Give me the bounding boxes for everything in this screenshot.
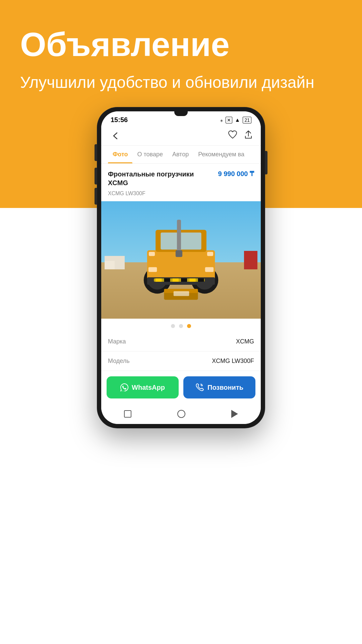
page-wrapper: Объявление Улучшили удобство и обновили … [0, 0, 362, 644]
spec-value-brand: XCMG [236, 338, 254, 345]
product-price: 9 990 000 ₸ [218, 170, 254, 178]
android-nav-bar [101, 405, 261, 424]
svg-rect-24 [207, 252, 213, 256]
status-time: 15:56 [111, 116, 128, 124]
phone-container: 15:56 ⁎ ✕ ▲ 21 [97, 107, 265, 428]
svg-rect-16 [181, 278, 187, 282]
camera-notch [174, 111, 188, 116]
status-icons: ⁎ ✕ ▲ 21 [220, 117, 251, 123]
phone-mockup: 15:56 ⁎ ✕ ▲ 21 [97, 107, 265, 428]
x-icon: ✕ [226, 117, 232, 123]
svg-rect-22 [176, 250, 182, 257]
page-title: Объявление [20, 27, 342, 62]
product-subtitle: XCMG LW300F [101, 191, 261, 201]
tabs-container: Фото О товаре Автор Рекомендуем ва [101, 146, 261, 164]
spec-value-model: XCMG LW300F [212, 358, 254, 365]
image-dots [101, 319, 261, 332]
svg-rect-17 [189, 278, 195, 282]
tab-about[interactable]: О товаре [132, 146, 167, 163]
product-title: Фронтальные погрузчики XCMG [108, 170, 215, 187]
svg-rect-14 [164, 278, 170, 282]
back-button[interactable] [109, 130, 121, 142]
app-nav [101, 126, 261, 146]
call-label: Позвонить [207, 384, 243, 391]
product-info: Фронтальные погрузчики XCMG 9 990 000 ₸ [101, 164, 261, 191]
loader-truck-svg [127, 201, 235, 301]
battery-icon: 21 [243, 117, 251, 123]
whatsapp-icon [120, 383, 128, 391]
svg-rect-13 [156, 278, 162, 282]
android-recents-button[interactable] [124, 410, 131, 418]
spec-label-model: Модель [108, 358, 130, 365]
svg-rect-15 [173, 278, 179, 282]
spec-row-model: Модель XCMG LW300F [101, 352, 261, 371]
android-back-button[interactable] [231, 410, 238, 418]
building-right [244, 251, 257, 269]
call-button[interactable]: Позвонить [183, 376, 255, 398]
svg-rect-25 [174, 291, 189, 296]
whatsapp-button[interactable]: WhatsApp [107, 376, 179, 398]
nav-actions [228, 130, 253, 142]
svg-rect-9 [148, 267, 157, 272]
dot-1 [171, 324, 175, 328]
spec-row-brand: Марка XCMG [101, 332, 261, 352]
phone-inner: 15:56 ⁎ ✕ ▲ 21 [101, 111, 261, 424]
android-home-button[interactable] [177, 410, 185, 418]
whatsapp-label: WhatsApp [132, 384, 165, 391]
bluetooth-icon: ⁎ [220, 117, 223, 123]
favorite-button[interactable] [228, 130, 237, 142]
tab-foto[interactable]: Фото [108, 146, 132, 163]
dot-2 [179, 324, 183, 328]
wifi-icon: ▲ [235, 117, 240, 123]
tab-recommend[interactable]: Рекомендуем ва [193, 146, 249, 163]
svg-rect-19 [177, 220, 181, 255]
dot-3 [187, 324, 191, 328]
svg-rect-18 [198, 278, 204, 282]
building-left-small [105, 261, 115, 269]
tab-author[interactable]: Автор [168, 146, 193, 163]
page-subtitle: Улучшили удобство и обновили дизайн [20, 72, 342, 93]
call-icon [195, 383, 204, 392]
product-image [101, 201, 261, 319]
svg-rect-23 [149, 252, 155, 256]
action-buttons: WhatsApp Позвонить [101, 371, 261, 405]
share-button[interactable] [244, 130, 253, 142]
svg-rect-10 [205, 267, 214, 272]
spec-label-brand: Марка [108, 338, 126, 345]
